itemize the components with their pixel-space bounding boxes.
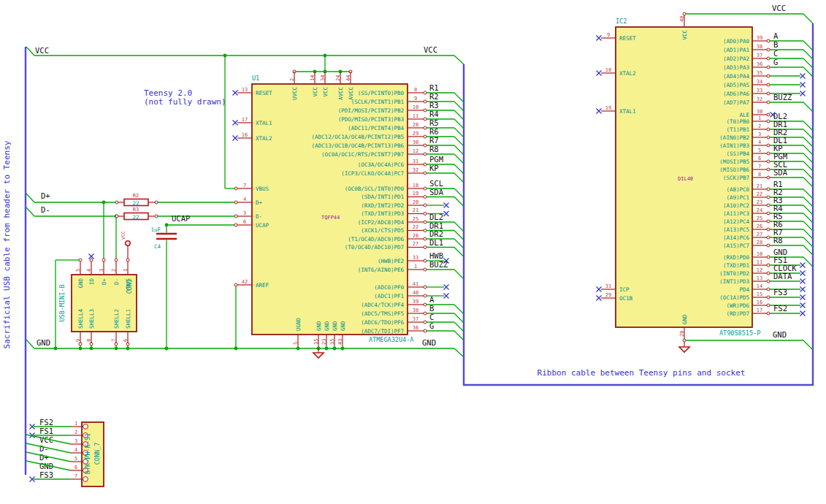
sacrificial-note[interactable]: Sacrificial USB cable from header to Tee… [2,140,12,348]
net-label[interactable]: R7 [429,136,439,145]
bus-entry[interactable] [803,50,813,59]
bus-entry[interactable] [803,177,813,187]
ic2-ref[interactable]: IC2 [616,18,627,25]
ucap-label[interactable]: UCAP [172,214,190,223]
bus-entry[interactable] [454,313,464,323]
bus-entry[interactable] [454,173,464,183]
bus-entry[interactable] [803,213,813,223]
bus-entry[interactable] [454,128,464,137]
bus-entry[interactable] [454,93,464,102]
net-label[interactable]: R6 [429,127,439,136]
c4-value[interactable]: 1uF [150,226,161,233]
u1-footprint[interactable]: TQFP44 [321,215,340,221]
u1-value[interactable]: ATMEGA32U4-A [369,336,413,343]
bus-entry[interactable] [26,207,34,216]
net-label[interactable]: R8 [429,145,439,153]
net-label[interactable]: HWB [429,251,443,260]
net-label[interactable]: FS2 [39,418,53,427]
bus-entry[interactable] [803,229,813,239]
bus-entry[interactable] [454,270,464,279]
bus-entry[interactable] [26,340,34,348]
net-label[interactable]: R4 [429,110,439,118]
bus-entry[interactable] [454,56,464,64]
gnd-label[interactable]: GND [422,338,436,347]
r3-ref[interactable]: R3 [133,207,139,213]
gnd-label[interactable]: GND [773,330,787,339]
bus-entry[interactable] [454,305,464,314]
bus-entry[interactable] [803,14,813,23]
con1-ref[interactable]: CON1 [126,279,133,294]
net-label[interactable]: PGM [429,155,443,164]
net-label[interactable]: SDA [429,188,444,196]
net-label[interactable]: R1 [429,83,439,92]
bus-entry[interactable] [803,205,813,215]
vcc-power-text[interactable]: VCC [121,231,126,240]
gnd-label[interactable]: GND [37,338,50,347]
net-label[interactable]: FS2 [773,304,787,313]
vcc-label[interactable]: VCC [35,46,49,55]
ic2-value[interactable]: AT90S8515-P [719,329,760,337]
bus-entry[interactable] [454,119,464,129]
bus-entry[interactable] [454,222,464,232]
net-label[interactable]: DR1 [429,221,443,230]
bus-entry[interactable] [803,153,813,163]
bus-entry[interactable] [454,102,464,111]
ribbon-note[interactable]: Ribbon cable between Teensy pins and soc… [538,368,746,378]
bus-entry[interactable] [26,194,34,202]
bus-entry[interactable] [454,239,464,248]
vcc-label[interactable]: VCC [772,4,786,12]
bus-entry[interactable] [454,348,464,357]
bus-entry[interactable] [803,257,813,267]
net-label[interactable]: A [429,295,435,304]
bus-entry[interactable] [454,331,464,340]
bus-entry[interactable] [803,161,813,171]
net-label[interactable]: KP [429,164,439,172]
net-label[interactable]: R5 [429,118,439,127]
teensy-note[interactable]: (not fully drawn) [144,97,226,107]
conn7-value[interactable]: CONN_7 [93,443,101,465]
net-label[interactable]: B [773,40,778,49]
net-label[interactable]: DL1 [429,238,443,247]
bus-entry[interactable] [803,121,813,131]
bus-entry[interactable] [803,67,813,77]
conn7-part[interactable]: B7K-PH-K-S1 [84,433,91,474]
net-label[interactable]: B [429,304,434,313]
bus-entry[interactable] [454,188,464,198]
ic2-footprint[interactable]: DIL40 [678,176,693,182]
bus-entry[interactable] [454,137,464,146]
bus-entry[interactable] [26,47,34,56]
net-label[interactable]: R3 [429,101,439,110]
bus-entry[interactable] [803,137,813,147]
dminus-label[interactable]: D- [41,205,50,214]
bus-entry[interactable] [454,164,464,174]
u1-ref[interactable]: U1 [252,75,259,82]
bus-entry[interactable] [803,237,813,247]
bus-entry[interactable] [454,197,464,207]
r2-ref[interactable]: R2 [133,193,139,199]
net-label[interactable]: FS3 [773,288,787,297]
net-label[interactable]: DR2 [429,229,443,238]
schematic-canvas[interactable]: 8(SS/PCINT0)PB0R19(SCLK/PCINT1)PB1R210(P… [0,0,826,504]
bus-entry[interactable] [454,110,464,120]
bus-entry[interactable] [803,340,813,350]
bus-entry[interactable] [803,145,813,155]
dplus-label[interactable]: D+ [41,191,50,200]
bus-entry[interactable] [454,248,464,257]
bus-entry[interactable] [803,189,813,199]
net-label[interactable]: R2 [429,92,439,101]
bus-entry[interactable] [454,322,464,332]
net-label[interactable]: SCL [429,179,443,188]
bus-entry[interactable] [803,102,813,112]
bus-entry[interactable] [803,129,813,139]
bus-entry[interactable] [803,169,813,179]
net-label[interactable]: DL2 [429,213,443,221]
net-label[interactable]: C [429,313,434,321]
bus-entry[interactable] [803,221,813,231]
net-label[interactable]: SDA [773,168,788,177]
net-label[interactable]: R8 [773,236,783,245]
net-label[interactable]: DATA [773,272,792,280]
net-label[interactable]: FS3 [39,470,53,479]
vcc-label[interactable]: VCC [424,45,437,54]
bus-entry[interactable] [803,197,813,207]
net-label[interactable]: FS1 [39,427,53,435]
